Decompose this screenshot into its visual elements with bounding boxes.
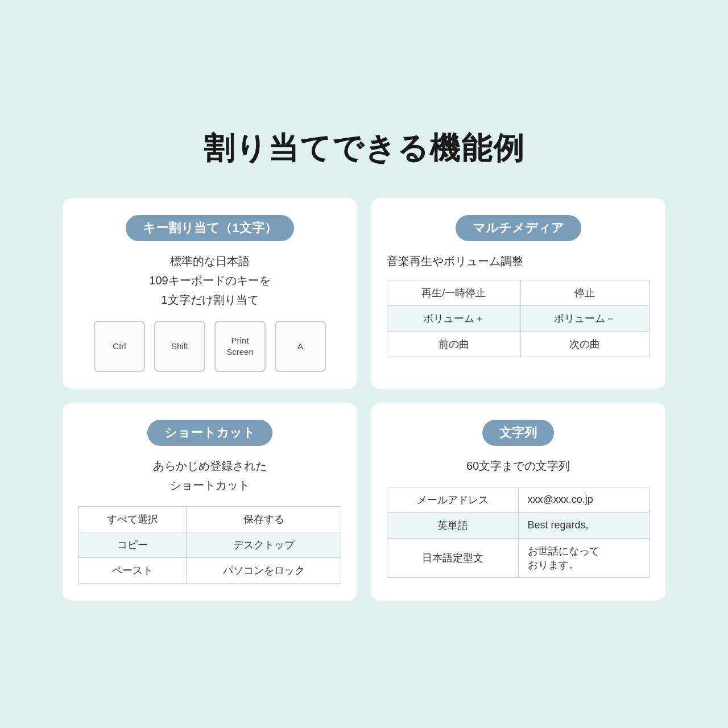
table-cell: 保存する xyxy=(187,506,341,532)
key-a: A xyxy=(275,321,326,372)
table-cell-value: xxx@xxx.co.jp xyxy=(518,487,650,512)
multimedia-description: 音楽再生やボリューム調整 xyxy=(387,251,650,271)
table-row: ペースト パソコンをロック xyxy=(79,557,341,583)
table-row: 再生/一時停止 停止 xyxy=(387,280,650,305)
table-cell: 次の曲 xyxy=(520,331,649,357)
multimedia-badge: マルチメディア xyxy=(456,215,581,241)
table-row: コピー デスクトップ xyxy=(79,532,341,557)
key-assignment-badge: キー割り当て（1文字） xyxy=(126,215,293,241)
key-printscreen: PrintScreen xyxy=(214,321,266,372)
main-container: 割り当てできる機能例 キー割り当て（1文字） 標準的な日本語109キーボードのキ… xyxy=(51,105,677,623)
key-ctrl: Ctrl xyxy=(94,321,145,372)
table-cell: デスクトップ xyxy=(187,532,341,557)
key-assignment-description: 標準的な日本語109キーボードのキーを1文字だけ割り当て xyxy=(78,251,341,309)
table-cell: 再生/一時停止 xyxy=(387,280,521,305)
table-cell-label: メールアドレス xyxy=(387,487,519,512)
table-row: ボリューム＋ ボリューム－ xyxy=(387,305,650,331)
table-cell: 前の曲 xyxy=(387,331,521,357)
feature-grid: キー割り当て（1文字） 標準的な日本語109キーボードのキーを1文字だけ割り当て… xyxy=(63,198,665,601)
string-description: 60文字までの文字列 xyxy=(387,456,650,475)
table-cell-value: Best regards, xyxy=(518,512,650,538)
table-cell: ボリューム＋ xyxy=(387,305,521,331)
table-cell: すべて選択 xyxy=(79,506,187,532)
shortcut-description: あらかじめ登録されたショートカット xyxy=(78,456,341,495)
table-row: 前の曲 次の曲 xyxy=(387,331,650,357)
shortcut-badge: ショートカット xyxy=(147,420,272,446)
string-card: 文字列 60文字までの文字列 メールアドレス xxx@xxx.co.jp 英単語… xyxy=(371,403,665,601)
table-cell: コピー xyxy=(79,532,187,557)
table-cell-value: お世話になっております。 xyxy=(518,538,650,577)
shortcut-card: ショートカット あらかじめ登録されたショートカット すべて選択 保存する コピー… xyxy=(63,403,357,601)
table-cell-label: 英単語 xyxy=(387,512,519,538)
table-cell: パソコンをロック xyxy=(187,557,341,583)
multimedia-card: マルチメディア 音楽再生やボリューム調整 再生/一時停止 停止 ボリューム＋ ボ… xyxy=(371,198,665,389)
string-table: メールアドレス xxx@xxx.co.jp 英単語 Best regards, … xyxy=(387,487,650,578)
page-title: 割り当てできる機能例 xyxy=(63,128,665,169)
key-assignment-card: キー割り当て（1文字） 標準的な日本語109キーボードのキーを1文字だけ割り当て… xyxy=(63,198,357,389)
table-row: 日本語定型文 お世話になっております。 xyxy=(387,538,650,577)
table-cell: 停止 xyxy=(520,280,649,305)
key-shift: Shift xyxy=(154,321,205,372)
shortcut-table: すべて選択 保存する コピー デスクトップ ペースト パソコンをロック xyxy=(78,506,341,584)
table-cell: ボリューム－ xyxy=(520,305,649,331)
key-row: Ctrl Shift PrintScreen A xyxy=(78,321,341,372)
table-row: すべて選択 保存する xyxy=(79,506,341,532)
string-badge: 文字列 xyxy=(482,420,554,446)
table-row: メールアドレス xxx@xxx.co.jp xyxy=(387,487,650,512)
table-cell: ペースト xyxy=(79,557,187,583)
table-row: 英単語 Best regards, xyxy=(387,512,650,538)
multimedia-table: 再生/一時停止 停止 ボリューム＋ ボリューム－ 前の曲 次の曲 xyxy=(387,280,650,357)
table-cell-label: 日本語定型文 xyxy=(387,538,519,577)
